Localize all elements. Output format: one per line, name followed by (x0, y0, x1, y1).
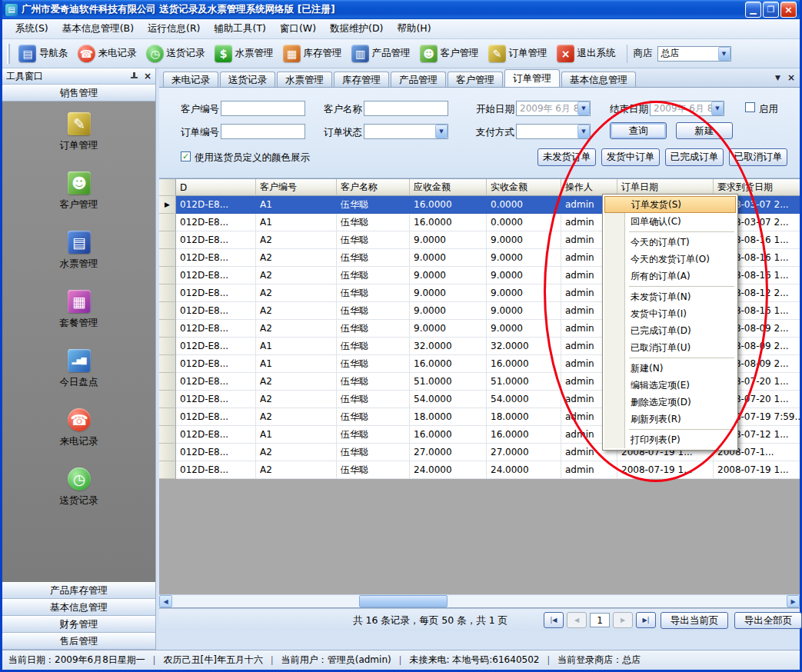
menu-item[interactable]: 系统(S) (8, 19, 55, 38)
close-button[interactable]: × (780, 2, 797, 18)
toolbar-button-exit[interactable]: ×退出系统 (552, 42, 621, 65)
menu-refresh-list[interactable]: 刷新列表(R) (604, 411, 736, 427)
toolbar-button-customer[interactable]: ☻客户管理 (415, 42, 484, 65)
menu-edit-selected[interactable]: 编辑选定项(E) (604, 377, 736, 394)
sidebar-section-product-inventory[interactable]: 产品库存管理 (2, 582, 155, 599)
sidebar-item-water-ticket[interactable]: ▤水票管理 (2, 231, 155, 290)
first-page-button[interactable]: |◀ (544, 612, 564, 628)
table-row[interactable]: 012D-E8...A2伍华聪24.000024.0000admin2008-0… (159, 461, 800, 479)
next-page-button[interactable]: ▶ (613, 612, 633, 628)
sidebar-item-daily-check[interactable]: ▂▅▇今日盘点 (2, 349, 155, 408)
pin-icon[interactable] (130, 72, 138, 80)
tab-base-info[interactable]: 基本信息管理 (561, 72, 636, 87)
menu-item[interactable]: 运行信息(R) (141, 19, 207, 38)
tab-water-ticket[interactable]: 水票管理 (277, 72, 332, 87)
tab-inventory[interactable]: 库存管理 (334, 72, 389, 87)
menu-confirm-receipt[interactable]: 回单确认(C) (604, 213, 736, 230)
customer-no-input[interactable] (221, 101, 305, 116)
menu-completed-orders[interactable]: 已完成订单(D) (604, 322, 736, 339)
chevron-down-icon[interactable]: ▼ (577, 101, 590, 115)
row-selector[interactable] (159, 373, 176, 391)
sidebar-item-package[interactable]: ▦套餐管理 (2, 290, 155, 349)
tab-call-log[interactable]: 来电记录 (163, 72, 218, 87)
row-selector[interactable] (159, 338, 176, 355)
row-selector[interactable] (159, 426, 176, 444)
menu-item[interactable]: 窗口(W) (273, 19, 323, 38)
menu-today-shipments[interactable]: 今天的发货订单(O) (604, 251, 736, 268)
column-header[interactable]: 实收金额 (487, 179, 561, 196)
order-no-input[interactable] (221, 124, 305, 139)
shipping-orders-button[interactable]: 发货中订单 (601, 148, 660, 166)
row-selector[interactable] (159, 302, 176, 320)
export-current-page-button[interactable]: 导出当前页 (661, 612, 728, 629)
customer-name-input[interactable] (364, 101, 448, 116)
query-button[interactable]: 查询 (610, 122, 667, 139)
row-selector[interactable] (159, 408, 176, 426)
row-selector[interactable] (159, 461, 176, 479)
row-selector[interactable] (159, 320, 176, 338)
menu-print-list[interactable]: 打印列表(P) (604, 431, 736, 448)
maximize-button[interactable]: ❐ (763, 2, 779, 18)
row-selector[interactable] (159, 355, 176, 373)
sidebar-item-customer[interactable]: ☻客户管理 (2, 171, 155, 231)
tab-delivery-log[interactable]: 送货记录 (220, 72, 275, 87)
row-selector[interactable] (159, 249, 176, 267)
enable-checkbox[interactable] (745, 102, 755, 112)
close-icon[interactable]: × (787, 72, 795, 83)
row-selector[interactable] (159, 231, 176, 249)
menu-cancelled-orders[interactable]: 已取消订单(U) (604, 339, 736, 356)
row-selector[interactable] (159, 214, 176, 231)
last-page-button[interactable]: ▶| (636, 612, 656, 628)
start-date-picker[interactable]: 2009年 6月 8日 ▼ (516, 101, 591, 116)
toolbar-button-call-log[interactable]: ☎来电记录 (73, 42, 141, 65)
new-button[interactable]: 新建 (676, 122, 733, 139)
menu-delete-selected[interactable]: 删除选定项(D) (604, 394, 736, 411)
horizontal-scrollbar[interactable]: ◀ ▶ (159, 594, 800, 607)
sidebar-section-sales[interactable]: 销售管理 (2, 85, 155, 101)
chevron-down-icon[interactable]: ▼ (775, 74, 780, 82)
sidebar-section-finance[interactable]: 财务管理 (2, 616, 155, 633)
toolbar-button-nav-bar[interactable]: ▤导航条 (14, 42, 73, 65)
column-header[interactable]: 客户编号 (256, 179, 337, 196)
pay-method-select[interactable]: ▼ (516, 124, 591, 139)
menu-item[interactable]: 辅助工具(T) (208, 19, 273, 38)
column-header[interactable]: D (176, 179, 256, 196)
sidebar-section-base-info[interactable]: 基本信息管理 (2, 599, 155, 616)
sidebar-item-order[interactable]: ✎订单管理 (2, 112, 155, 171)
row-selector[interactable] (159, 267, 176, 284)
chevron-down-icon[interactable]: ▼ (718, 47, 730, 61)
column-header[interactable]: 客户名称 (337, 179, 410, 196)
toolbar-button-order[interactable]: ✎订单管理 (484, 42, 552, 65)
shop-select[interactable]: 总店 ▼ (657, 46, 731, 62)
toolbar-button-product[interactable]: ▥产品管理 (347, 42, 415, 65)
minimize-button[interactable]: ▁ (745, 2, 761, 18)
row-selector[interactable] (159, 444, 176, 461)
menu-new[interactable]: 新建(N) (604, 360, 736, 377)
completed-orders-button[interactable]: 已完成订单 (665, 148, 724, 166)
unshipped-orders-button[interactable]: 未发货订单 (537, 148, 596, 166)
page-input[interactable] (590, 613, 610, 627)
prev-page-button[interactable]: ◀ (567, 612, 587, 628)
menu-today-orders[interactable]: 今天的订单(T) (604, 234, 736, 251)
scrollbar-track[interactable] (172, 595, 787, 607)
toolbar-button-delivery-log[interactable]: ◷送货记录 (141, 42, 210, 65)
sidebar-item-delivery-log[interactable]: ◷送货记录 (2, 467, 155, 527)
tab-customer[interactable]: 客户管理 (448, 72, 503, 87)
toolbar-button-inventory[interactable]: ▦库存管理 (278, 42, 347, 65)
row-selector[interactable] (159, 284, 176, 302)
sidebar-item-call-log[interactable]: ☎来电记录 (2, 408, 155, 467)
menu-all-orders[interactable]: 所有的订单(A) (604, 268, 736, 284)
sidebar-close-icon[interactable]: × (144, 71, 151, 82)
export-all-pages-button[interactable]: 导出全部页 (734, 612, 802, 629)
scrollbar-thumb[interactable] (359, 595, 448, 607)
menu-item[interactable]: 数据维护(D) (323, 19, 390, 38)
order-status-select[interactable]: ▼ (364, 124, 448, 139)
chevron-down-icon[interactable]: ▼ (577, 125, 590, 138)
menu-shipping-orders[interactable]: 发货中订单(I) (604, 305, 736, 322)
menu-ship-order[interactable]: 订单发货(S) (604, 196, 736, 213)
tab-order[interactable]: 订单管理 (504, 69, 560, 87)
sidebar-section-after-sales[interactable]: 售后管理 (2, 633, 155, 650)
menu-item[interactable]: 帮助(H) (390, 19, 438, 38)
column-header[interactable]: 应收金额 (410, 179, 487, 196)
end-date-picker[interactable]: 2009年 6月 8日 ▼ (650, 101, 724, 116)
